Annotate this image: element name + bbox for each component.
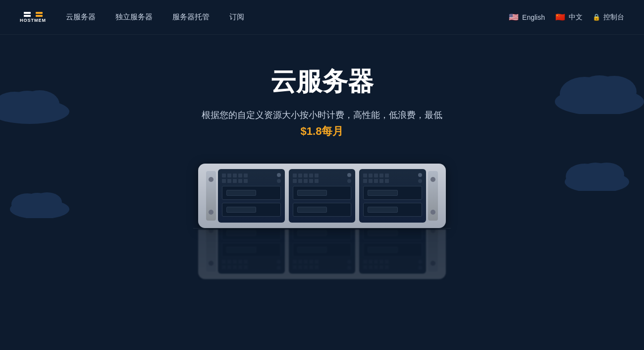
hero-price: $1.8每月 [301,124,344,139]
screw-top-left [209,177,214,182]
dot [293,174,297,177]
rack-unit-3 [359,169,426,223]
unit-1-top [222,173,281,183]
nav-subscription[interactable]: 订阅 [229,12,244,22]
cloud-left-top [0,79,74,124]
dot [244,179,248,183]
unit-3-top [363,173,422,183]
flag-cn-icon: 🇨🇳 [555,13,566,21]
dot [298,179,302,183]
dot [374,174,378,177]
dot [233,179,237,183]
svg-point-7 [25,193,50,209]
console-button[interactable]: 🔒 控制台 [592,13,624,22]
dot [385,179,389,183]
nav-dedicated-server[interactable]: 独立服务器 [115,12,153,22]
drive-handle [368,190,397,196]
dot [315,174,319,177]
drive-handle [368,207,397,213]
lang-chinese-label: 中文 [569,13,583,22]
rack-right-ear [428,171,438,221]
dot [363,174,367,177]
lang-english[interactable]: 🇺🇸 English [508,13,545,21]
hero-subtitle: 根据您的自定义资源大小按小时计费，高性能，低浪费，最低 [202,109,442,121]
unit-3-dots [363,174,389,183]
hero-title: 云服务器 [270,64,374,99]
drive-bay-1 [222,186,281,200]
logo-icon [24,12,43,17]
logo-text: HOSTMEM [20,18,46,23]
lang-english-label: English [522,13,545,21]
screw-bottom-left [209,210,214,215]
unit-1-dots [222,174,248,183]
unit-1-leds [277,173,281,183]
dot [374,179,378,183]
dot [369,179,373,183]
cloud-right-bottom [560,154,634,191]
drive-handle [226,207,256,213]
dot [304,179,308,183]
svg-point-15 [581,163,610,182]
logo[interactable]: HOSTMEM [20,12,46,23]
drive-handle [226,190,256,196]
dot [304,174,308,177]
dot [315,179,319,183]
dot [244,174,248,177]
dot [363,179,367,183]
led [418,179,422,183]
navbar: HOSTMEM 云服务器 独立服务器 服务器托管 订阅 🇺🇸 English 🇨… [0,0,644,35]
dot [309,179,313,183]
dot [238,179,242,183]
reflect-line [193,228,451,229]
led [347,179,351,183]
rack-units [218,169,426,223]
rack-left-ear [206,171,216,221]
cloud-left-bottom [5,183,74,218]
led [277,179,281,183]
dot [233,174,237,177]
svg-point-11 [580,75,619,101]
drive-bay-4 [293,203,352,217]
server-rack-reflection [198,230,446,279]
server-rack-container [193,164,451,279]
led [277,173,281,177]
led [418,173,422,177]
unit-2-top [293,173,352,183]
dot [379,179,383,183]
cloud-right-top [550,59,644,114]
flag-us-icon: 🇺🇸 [508,13,519,21]
svg-point-3 [10,91,45,113]
led [347,173,351,177]
dot [309,174,313,177]
server-rack [198,164,446,228]
nav-server-hosting[interactable]: 服务器托管 [172,12,210,22]
drive-bay-6 [363,203,422,217]
lock-icon: 🔒 [592,13,600,21]
dot [298,174,302,177]
unit-2-dots [293,174,319,183]
unit-3-leds [418,173,422,183]
dot [222,174,226,177]
nav-right: 🇺🇸 English 🇨🇳 中文 🔒 控制台 [508,13,624,22]
drive-bay-5 [363,186,422,200]
nav-links: 云服务器 独立服务器 服务器托管 订阅 [66,12,508,22]
rack-unit-1 [218,169,285,223]
drive-bay-3 [293,186,352,200]
dot [238,174,242,177]
drive-handle [297,190,327,196]
console-label: 控制台 [603,13,624,22]
dot [379,174,383,177]
drive-handle [297,207,327,213]
hero-section: 云服务器 根据您的自定义资源大小按小时计费，高性能，低浪费，最低 $1.8每月 [0,35,644,350]
drive-bay-2 [222,203,281,217]
screw-top-right [430,177,435,182]
dot [222,179,226,183]
screw-bottom-right [430,210,435,215]
dot [227,179,231,183]
dot [369,174,373,177]
lang-chinese[interactable]: 🇨🇳 中文 [555,13,583,22]
unit-2-leds [347,173,351,183]
nav-cloud-server[interactable]: 云服务器 [66,12,96,22]
rack-unit-2 [289,169,356,223]
dot [227,174,231,177]
